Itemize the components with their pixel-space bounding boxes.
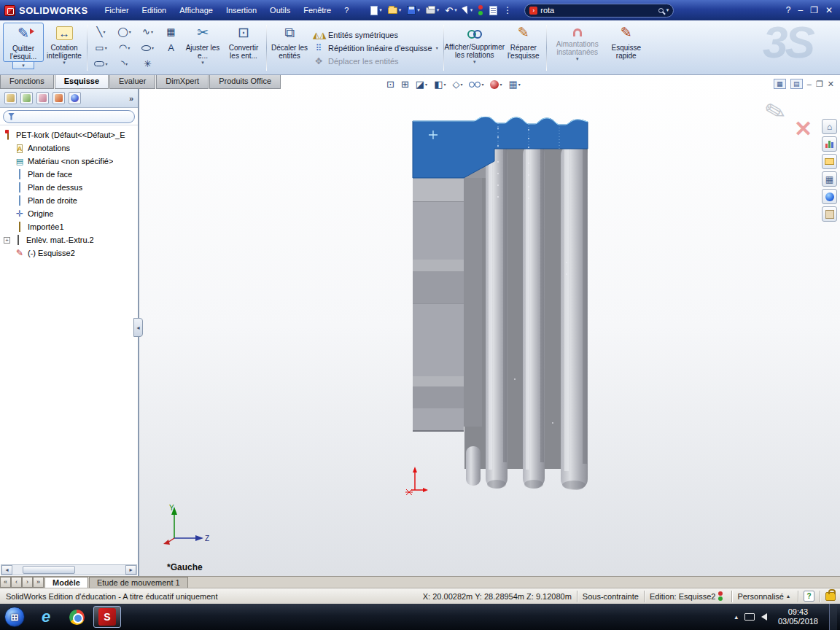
zoom-fit-button[interactable]: ⊡: [384, 78, 397, 90]
help-button[interactable]: ?: [786, 5, 791, 15]
graphics-area[interactable]: ⊡ ⊞ ◪▾ ◧▾ ◇▾ ▾ ▾ ▦▾ ▦ ▤ – ❐ ✕ ✎ ✕ ⌂ ▦: [139, 75, 840, 576]
configuration-manager-tab[interactable]: [36, 92, 49, 104]
model-3d-view[interactable]: [404, 117, 596, 496]
confirmation-corner-cancel-icon[interactable]: ✕: [794, 116, 812, 141]
sketch-point-button[interactable]: ✳: [136, 56, 159, 71]
panel-overflow-chevron[interactable]: »: [129, 94, 133, 103]
menu-help[interactable]: ?: [338, 4, 355, 16]
display-delete-relations-button[interactable]: Afficher/Supprimer les relations ▾: [446, 23, 503, 73]
menu-fichier[interactable]: Fichier: [98, 4, 136, 16]
section-view-button[interactable]: ◪▾: [413, 78, 429, 90]
tree-item-importee1[interactable]: Importée1: [3, 220, 136, 233]
doc-minimize-button[interactable]: –: [807, 79, 812, 88]
open-button[interactable]: ▾: [386, 6, 404, 15]
tree-item-material[interactable]: ▤ Matériau <non spécifié>: [3, 155, 136, 168]
confirmation-corner-sketch-icon[interactable]: ✎: [761, 95, 789, 128]
linear-pattern-button[interactable]: ⠿ Répétition linéaire d'esquisse ▾: [313, 43, 438, 53]
doc-restore-button[interactable]: ❐: [816, 79, 823, 89]
tree-filter-input[interactable]: [18, 112, 130, 120]
volume-icon[interactable]: [761, 613, 767, 621]
menu-insertion[interactable]: Insertion: [219, 4, 263, 16]
minimize-button[interactable]: –: [798, 5, 803, 15]
print-button[interactable]: ▾: [424, 6, 442, 15]
zoom-area-button[interactable]: ⊞: [399, 78, 411, 90]
menu-edition[interactable]: Edition: [136, 4, 174, 16]
sketch-ellipse-button[interactable]: ▾: [136, 40, 159, 55]
toolbar-overflow-button[interactable]: ⋮: [501, 4, 514, 17]
tab-nav-last[interactable]: »: [33, 577, 44, 588]
scroll-left-icon[interactable]: ◂: [1, 565, 12, 575]
tree-item-enlev-mat-extru2[interactable]: + Enlèv. mat.-Extru.2: [3, 233, 136, 246]
restore-button[interactable]: ❐: [810, 5, 818, 15]
select-button[interactable]: ▾: [461, 5, 475, 16]
tree-item-plan-de-droite[interactable]: Plan de droite: [3, 194, 136, 207]
instant-snaps-button[interactable]: Aimantations instantanées ▾: [549, 23, 606, 73]
tree-item-origine[interactable]: ✛ Origine: [3, 207, 136, 220]
apply-scene-button[interactable]: ▦▾: [506, 78, 522, 90]
view-orientation-button[interactable]: ◧▾: [432, 78, 448, 90]
search-magnifier-icon[interactable]: [658, 8, 664, 13]
display-style-button[interactable]: ◇▾: [450, 78, 464, 90]
menu-affichage[interactable]: Affichage: [173, 4, 219, 16]
new-document-button[interactable]: ▾: [368, 4, 384, 17]
hide-show-items-button[interactable]: ▾: [467, 81, 486, 88]
display-tray-icon[interactable]: [744, 613, 755, 621]
start-button[interactable]: ⊞: [4, 607, 25, 627]
sketch-hatch-button[interactable]: ▦: [160, 24, 182, 39]
sketch-rectangle-button[interactable]: ▭▾: [90, 40, 112, 55]
trim-entities-button[interactable]: ✂ Ajuster les e... ▾: [182, 23, 223, 73]
pane-split-icon[interactable]: ▤: [790, 79, 803, 89]
tab-dimxpert[interactable]: DimXpert: [156, 75, 209, 89]
view-palette-button[interactable]: ▦: [822, 171, 837, 187]
tab-produits-office[interactable]: Produits Office: [209, 75, 281, 89]
dimxpert-manager-tab[interactable]: [52, 92, 65, 104]
tab-evaluer[interactable]: Evaluer: [109, 75, 155, 89]
scroll-right-icon[interactable]: ▸: [125, 565, 136, 575]
save-button[interactable]: ▾: [405, 4, 422, 16]
smart-dimension-button[interactable]: ↔ Cotation intelligente ▾: [44, 23, 85, 73]
taskbar-chrome-button[interactable]: [63, 606, 90, 628]
tree-item-plan-de-face[interactable]: Plan de face: [3, 168, 136, 181]
repair-sketch-button[interactable]: ✎ Réparer l'esquisse: [503, 23, 544, 73]
tab-nav-next[interactable]: ›: [22, 577, 33, 588]
offset-entities-button[interactable]: ⧉ Décaler les entités: [269, 23, 310, 73]
taskbar-clock[interactable]: 09:43 03/05/2018: [774, 607, 822, 626]
tab-fonctions[interactable]: Fonctions: [0, 75, 54, 89]
close-button[interactable]: ✕: [825, 5, 833, 15]
tab-nav-first[interactable]: «: [0, 577, 11, 588]
taskbar-ie-button[interactable]: e: [32, 606, 60, 628]
sketch-slot-button[interactable]: ▾: [90, 56, 112, 71]
quick-tips-button[interactable]: ?: [804, 591, 814, 602]
sketch-text-button[interactable]: A: [160, 40, 182, 55]
mirror-entities-button[interactable]: ◭◮ Entités symétriques: [313, 30, 438, 40]
undo-button[interactable]: ↶▾: [443, 4, 459, 17]
menu-fenetre[interactable]: Fenêtre: [297, 4, 338, 16]
panel-horizontal-scrollbar[interactable]: ◂ ▸: [1, 564, 137, 575]
options-button[interactable]: [487, 4, 499, 17]
sketch-spline-button[interactable]: ∿▾: [136, 24, 159, 39]
property-manager-tab[interactable]: [20, 92, 33, 104]
design-library-button[interactable]: [822, 136, 837, 152]
tree-item-esquisse2[interactable]: ✎ (-) Esquisse2: [3, 246, 136, 260]
units-caret-icon[interactable]: ▴: [787, 593, 790, 599]
tray-expand-icon[interactable]: ▴: [734, 613, 738, 621]
sketch-circle-button[interactable]: ◯▾: [113, 24, 136, 39]
show-desktop-button[interactable]: [829, 604, 837, 630]
tab-esquisse[interactable]: Esquisse: [55, 75, 109, 89]
menu-outils[interactable]: Outils: [263, 4, 297, 16]
sketch-arc-button[interactable]: ◠▾: [113, 40, 136, 55]
tab-modele[interactable]: Modèle: [44, 577, 88, 588]
search-box[interactable]: › ▾: [524, 4, 674, 18]
search-input[interactable]: [540, 6, 655, 15]
rebuild-button[interactable]: [476, 4, 486, 17]
scrollbar-thumb[interactable]: [23, 566, 75, 574]
tree-item-annotations[interactable]: A Annotations: [3, 141, 136, 155]
pane-display-icon[interactable]: ▦: [774, 79, 786, 89]
move-entities-button[interactable]: ✥ Déplacer les entités: [313, 56, 438, 66]
exit-sketch-dropdown[interactable]: ▾: [12, 62, 34, 69]
tab-nav-prev[interactable]: ‹: [11, 577, 22, 588]
tab-etude-mouvement[interactable]: Etude de mouvement 1: [89, 577, 188, 588]
tree-root-part[interactable]: PET-kork (Défaut<<Défaut>_E: [3, 128, 136, 141]
rapid-sketch-button[interactable]: ✎ Esquisse rapide: [606, 23, 647, 73]
units-selector[interactable]: Personnalisé: [737, 592, 784, 601]
